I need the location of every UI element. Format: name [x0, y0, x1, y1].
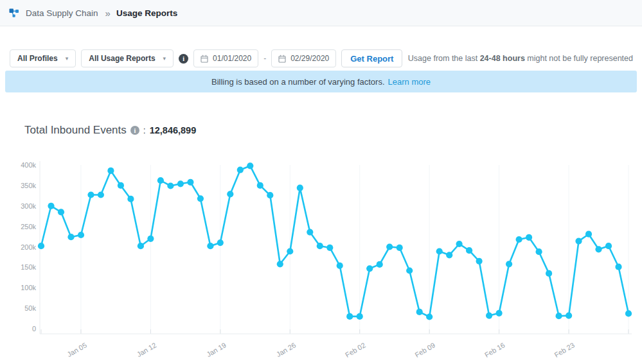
- y-axis-label: 150k: [21, 263, 36, 271]
- chart-point[interactable]: [326, 245, 333, 251]
- chart-point[interactable]: [277, 261, 283, 267]
- chart-point[interactable]: [217, 239, 224, 246]
- x-axis-label: Feb 16: [483, 341, 506, 359]
- date-to-value: 02/29/2020: [290, 54, 329, 63]
- get-report-button[interactable]: Get Report: [341, 49, 402, 67]
- chart-point[interactable]: [317, 243, 323, 249]
- chart-point[interactable]: [346, 313, 353, 320]
- calendar-icon: [278, 55, 286, 63]
- chart-point[interactable]: [556, 313, 562, 319]
- chart-point[interactable]: [406, 267, 413, 273]
- chart-point[interactable]: [625, 310, 632, 316]
- chart-point[interactable]: [157, 177, 164, 184]
- chart-point[interactable]: [366, 265, 373, 272]
- data-supply-chain-logo-icon: [9, 8, 20, 19]
- chart-title: Total Inbound Events: [24, 124, 127, 137]
- chart-point[interactable]: [357, 313, 363, 320]
- date-from-value: 01/01/2020: [213, 54, 251, 63]
- chart-point[interactable]: [237, 167, 244, 173]
- chart-point[interactable]: [87, 191, 94, 198]
- chart-point[interactable]: [337, 263, 343, 269]
- total-inbound-events-summary: Total Inbound Events i : 12,846,899: [24, 124, 196, 137]
- profiles-dropdown[interactable]: All Profiles ▾: [10, 49, 76, 67]
- chart-point[interactable]: [98, 191, 104, 198]
- chart-point[interactable]: [287, 248, 293, 254]
- breadcrumb-current-page: Usage Reports: [116, 8, 177, 18]
- chart-point[interactable]: [575, 238, 582, 245]
- chart-point[interactable]: [476, 258, 483, 264]
- chart-point[interactable]: [307, 229, 313, 236]
- chart-point[interactable]: [386, 243, 393, 250]
- info-icon[interactable]: i: [179, 54, 188, 64]
- chart-point[interactable]: [107, 168, 114, 174]
- chart-point[interactable]: [546, 270, 552, 277]
- x-axis-label: Feb 02: [344, 341, 367, 359]
- usage-reports-dropdown[interactable]: All Usage Reports ▾: [81, 49, 174, 67]
- chart-point[interactable]: [466, 247, 472, 254]
- chart-point[interactable]: [605, 243, 612, 249]
- chart-point[interactable]: [127, 196, 134, 202]
- y-axis-label: 200k: [21, 243, 36, 251]
- chart-point[interactable]: [426, 313, 432, 320]
- chart-point[interactable]: [78, 232, 84, 238]
- usage-reports-dropdown-value: All Usage Reports: [89, 54, 155, 63]
- breadcrumb-separator-icon: »: [104, 8, 111, 19]
- chevron-down-icon: ▾: [163, 55, 166, 62]
- usage-line-chart[interactable]: 400k350k300k250k200k150k100k50k0Jan 05Ja…: [0, 152, 642, 364]
- chart-point[interactable]: [615, 264, 621, 270]
- chart-point[interactable]: [566, 313, 572, 319]
- chart-point[interactable]: [207, 243, 213, 249]
- chart-point[interactable]: [267, 192, 273, 198]
- chart-point[interactable]: [187, 179, 193, 186]
- chart-point[interactable]: [177, 180, 184, 187]
- chart-point[interactable]: [197, 195, 204, 202]
- y-axis-label: 250k: [21, 223, 36, 230]
- chart-point[interactable]: [257, 182, 263, 189]
- info-icon[interactable]: i: [130, 126, 139, 135]
- usage-note-hours: 24-48 hours: [480, 54, 525, 63]
- chart-point[interactable]: [48, 203, 54, 209]
- chart-point[interactable]: [38, 243, 44, 249]
- chart-point[interactable]: [118, 182, 124, 189]
- chart-point[interactable]: [585, 231, 592, 238]
- learn-more-link[interactable]: Learn more: [388, 77, 431, 87]
- billing-banner: Billing is based on a number of varying …: [5, 71, 637, 92]
- chart-point[interactable]: [377, 261, 383, 268]
- chart-point[interactable]: [58, 209, 64, 215]
- chart-point[interactable]: [147, 236, 154, 242]
- chart-point[interactable]: [247, 162, 253, 169]
- date-range-separator: -: [263, 54, 266, 63]
- chart-point[interactable]: [506, 261, 512, 267]
- calendar-icon: [201, 55, 208, 63]
- chart-point[interactable]: [496, 310, 503, 316]
- chart-point[interactable]: [397, 245, 403, 251]
- date-to-input[interactable]: 02/29/2020: [271, 49, 336, 67]
- report-toolbar: All Profiles ▾ All Usage Reports ▾ i 01/…: [10, 49, 633, 67]
- total-events-value: 12,846,899: [150, 125, 197, 135]
- chevron-down-icon: ▾: [66, 55, 69, 62]
- chart-point[interactable]: [138, 243, 144, 249]
- chart-point[interactable]: [486, 313, 492, 319]
- breadcrumb-app[interactable]: Data Supply Chain: [26, 8, 98, 18]
- chart-point[interactable]: [526, 234, 532, 241]
- chart-point[interactable]: [446, 252, 452, 258]
- chart-point[interactable]: [436, 248, 443, 254]
- chart-point[interactable]: [536, 248, 542, 255]
- chart-point[interactable]: [167, 182, 174, 189]
- chart-point[interactable]: [67, 234, 74, 240]
- usage-reports-page: Data Supply Chain » Usage Reports All Pr…: [0, 0, 642, 364]
- chart-point[interactable]: [516, 236, 522, 243]
- y-axis-label: 0: [32, 325, 36, 333]
- x-axis-label: Jan 19: [205, 341, 227, 358]
- chart-point[interactable]: [227, 191, 233, 197]
- profiles-dropdown-value: All Profiles: [17, 54, 58, 63]
- chart-point[interactable]: [456, 241, 463, 247]
- x-axis-label: Jan 05: [66, 341, 88, 358]
- chart-point[interactable]: [595, 246, 602, 252]
- y-axis-label: 350k: [21, 182, 36, 189]
- chart-point[interactable]: [416, 309, 423, 315]
- summary-colon: :: [143, 125, 146, 135]
- date-from-input[interactable]: 01/01/2020: [193, 49, 258, 67]
- chart-point[interactable]: [297, 185, 303, 191]
- x-axis-label: Feb 09: [414, 341, 437, 359]
